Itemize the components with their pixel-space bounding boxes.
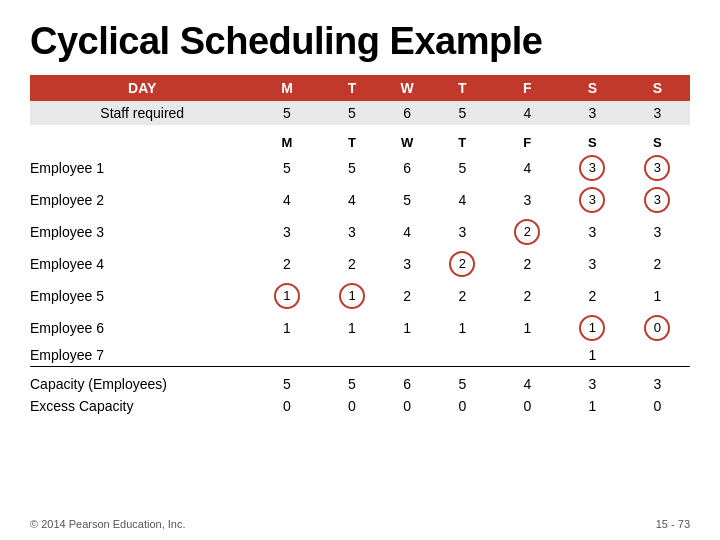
cap-t2: 5 [430, 373, 495, 395]
header-f: F [495, 75, 560, 101]
emp6-s2-circle: 0 [644, 315, 670, 341]
exc-t1: 0 [319, 395, 384, 417]
emp7-t2 [430, 344, 495, 367]
employee-2-label: Employee 2 [30, 184, 254, 216]
employee-3-label: Employee 3 [30, 216, 254, 248]
exc-t2: 0 [430, 395, 495, 417]
emp7-s1: 1 [560, 344, 625, 367]
emp1-s1: 3 [560, 152, 625, 184]
cap-w: 6 [385, 373, 430, 395]
emp4-m: 2 [254, 248, 319, 280]
emp6-t2: 1 [430, 312, 495, 344]
employee-6-label: Employee 6 [30, 312, 254, 344]
emp5-f: 2 [495, 280, 560, 312]
employee-4-label: Employee 4 [30, 248, 254, 280]
header-w: W [385, 75, 430, 101]
cap-f: 4 [495, 373, 560, 395]
employee-7-row: Employee 7 1 [30, 344, 690, 367]
employee-2-row: Employee 2 4 4 5 4 3 3 3 [30, 184, 690, 216]
exc-m: 0 [254, 395, 319, 417]
footer-right: 15 - 73 [656, 518, 690, 530]
emp3-f: 2 [495, 216, 560, 248]
emp5-m: 1 [254, 280, 319, 312]
employee-1-label: Employee 1 [30, 152, 254, 184]
emp5-s2: 1 [625, 280, 690, 312]
emp7-s2 [625, 344, 690, 367]
emp7-t1 [319, 344, 384, 367]
subheader-t1: T [319, 133, 384, 152]
emp1-s2-circle: 3 [644, 155, 670, 181]
emp2-t1: 4 [319, 184, 384, 216]
excess-row: Excess Capacity 0 0 0 0 0 1 0 [30, 395, 690, 417]
header-row: DAY M T W T F S S [30, 75, 690, 101]
page: Cyclical Scheduling Example DAY M T W T … [0, 0, 720, 540]
emp5-m-circle: 1 [274, 283, 300, 309]
emp2-f: 3 [495, 184, 560, 216]
emp4-t2: 2 [430, 248, 495, 280]
emp2-s1: 3 [560, 184, 625, 216]
emp4-w: 3 [385, 248, 430, 280]
page-title: Cyclical Scheduling Example [30, 20, 690, 63]
employee-3-row: Employee 3 3 3 4 3 2 3 3 [30, 216, 690, 248]
emp2-s2-circle: 3 [644, 187, 670, 213]
emp6-m: 1 [254, 312, 319, 344]
staff-required-row: Staff required 5 5 6 5 4 3 3 [30, 101, 690, 125]
employee-5-row: Employee 5 1 1 2 2 2 2 1 [30, 280, 690, 312]
excess-label: Excess Capacity [30, 395, 254, 417]
emp6-s2: 0 [625, 312, 690, 344]
emp5-t1-circle: 1 [339, 283, 365, 309]
emp3-w: 4 [385, 216, 430, 248]
employee-1-row: Employee 1 5 5 6 5 4 3 3 [30, 152, 690, 184]
emp6-f: 1 [495, 312, 560, 344]
exc-s1: 1 [560, 395, 625, 417]
footer-left: © 2014 Pearson Education, Inc. [30, 518, 185, 530]
emp4-s1: 3 [560, 248, 625, 280]
emp3-f-circle: 2 [514, 219, 540, 245]
emp5-w: 2 [385, 280, 430, 312]
exc-s2: 0 [625, 395, 690, 417]
staff-t1: 5 [319, 101, 384, 125]
emp7-m [254, 344, 319, 367]
emp2-t2: 4 [430, 184, 495, 216]
employee-5-label: Employee 5 [30, 280, 254, 312]
subheader-s1: S [560, 133, 625, 152]
emp6-t1: 1 [319, 312, 384, 344]
emp1-w: 6 [385, 152, 430, 184]
emp6-w: 1 [385, 312, 430, 344]
emp5-t1: 1 [319, 280, 384, 312]
schedule-table: DAY M T W T F S S Staff required 5 5 6 5… [30, 75, 690, 417]
subheader-row: M T W T F S S [30, 133, 690, 152]
header-t1: T [319, 75, 384, 101]
emp2-w: 5 [385, 184, 430, 216]
employee-6-row: Employee 6 1 1 1 1 1 1 0 [30, 312, 690, 344]
header-s2: S [625, 75, 690, 101]
header-s1: S [560, 75, 625, 101]
subheader-empty [30, 133, 254, 152]
emp7-f [495, 344, 560, 367]
emp4-t1: 2 [319, 248, 384, 280]
cap-t1: 5 [319, 373, 384, 395]
staff-m: 5 [254, 101, 319, 125]
emp1-f: 4 [495, 152, 560, 184]
subheader-m: M [254, 133, 319, 152]
day-label: DAY [30, 75, 254, 101]
emp3-m: 3 [254, 216, 319, 248]
cap-s1: 3 [560, 373, 625, 395]
emp3-s1: 3 [560, 216, 625, 248]
emp1-t2: 5 [430, 152, 495, 184]
staff-label: Staff required [30, 101, 254, 125]
subheader-t2: T [430, 133, 495, 152]
staff-s1: 3 [560, 101, 625, 125]
emp7-w [385, 344, 430, 367]
employee-7-label: Employee 7 [30, 344, 254, 367]
emp1-s1-circle: 3 [579, 155, 605, 181]
subheader-s2: S [625, 133, 690, 152]
emp2-m: 4 [254, 184, 319, 216]
emp3-s2: 3 [625, 216, 690, 248]
staff-t2: 5 [430, 101, 495, 125]
subheader-f: F [495, 133, 560, 152]
capacity-row: Capacity (Employees) 5 5 6 5 4 3 3 [30, 373, 690, 395]
cap-m: 5 [254, 373, 319, 395]
subheader-w: W [385, 133, 430, 152]
emp4-f: 2 [495, 248, 560, 280]
